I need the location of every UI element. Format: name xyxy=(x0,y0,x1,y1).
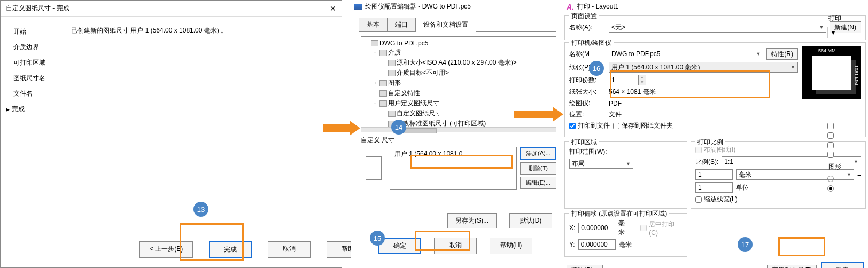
page-setup-group: 页面设置 名称(A): <无>▼ 新建(N) xyxy=(564,15,866,40)
finish-button[interactable]: 完成 xyxy=(209,241,252,258)
printer-icon xyxy=(354,4,362,10)
custom-size-list[interactable]: 用户 1 (564.00 x 1081.0... xyxy=(390,147,517,190)
save-as-button[interactable]: 另存为(S)... xyxy=(447,213,497,228)
dialog-title: 绘图仪配置编辑器 - DWG to PDF.pc5 xyxy=(365,2,471,11)
tab-port[interactable]: 端口 xyxy=(387,18,416,32)
paper-thumbnail xyxy=(361,147,386,190)
apply-layout-button[interactable]: 应用到布局(T) xyxy=(767,265,817,269)
edit-button[interactable]: 编辑(E)... xyxy=(520,177,556,189)
folder-icon xyxy=(379,90,387,97)
step-finish[interactable]: 完成 xyxy=(13,101,65,117)
page-icon xyxy=(388,70,396,76)
add-button[interactable]: 添加(A)... xyxy=(520,147,556,160)
cancel-button[interactable]: 取消 xyxy=(268,241,311,258)
horizontal-scrollbar[interactable] xyxy=(361,127,556,132)
print-range-select[interactable]: 布局▼ xyxy=(569,159,633,169)
scale-lineweight-checkbox[interactable]: 缩放线宽(L) xyxy=(695,195,861,204)
scale-num1[interactable]: 1 xyxy=(695,169,733,180)
print-area-group: 打印区域 打印范围(W): 布局▼ xyxy=(564,141,687,209)
default-button[interactable]: 默认(D) xyxy=(509,213,552,228)
chevron-down-icon: ▼ xyxy=(756,51,761,57)
scale-num2[interactable]: 1 xyxy=(695,182,733,193)
step-badge: 17 xyxy=(738,237,753,252)
arrow-icon xyxy=(514,109,563,120)
remove-button[interactable]: 删除(T) xyxy=(520,162,556,175)
copies-label: 打印份数: xyxy=(569,76,606,85)
titlebar: 绘图仪配置编辑器 - DWG to PDF.pc5 xyxy=(351,0,560,13)
offset-y-input[interactable]: 0.000000 xyxy=(578,239,616,250)
arrow-icon xyxy=(323,123,360,133)
tab-bar: 基本 端口 设备和文档设置 xyxy=(359,18,556,32)
wizard-content: 已创建新的图纸尺寸 用户 1 (564.00 x 1081.00 毫米) 。 xyxy=(65,17,342,117)
offset-x-input[interactable]: 0.000000 xyxy=(578,223,615,233)
chevron-down-icon: ▼ xyxy=(819,25,824,30)
folder-icon xyxy=(379,80,387,86)
name-label: 名称(A): xyxy=(569,23,606,32)
step-bounds[interactable]: 介质边界 xyxy=(13,40,65,55)
properties-button[interactable]: 特性(R) xyxy=(766,48,798,60)
folder-icon xyxy=(379,100,387,107)
cancel-button[interactable]: 取消 xyxy=(434,238,477,254)
center-checkbox: 居中打印(C) xyxy=(640,220,683,237)
back-button[interactable]: < 上一步(B) xyxy=(140,241,193,258)
save-folder-checkbox[interactable]: 保存到图纸文件夹 xyxy=(613,121,673,130)
finish-message: 已创建新的图纸尺寸 用户 1 (564.00 x 1081.00 毫米) 。 xyxy=(71,26,335,35)
ok-button[interactable]: 确定 xyxy=(378,238,421,254)
folder-icon xyxy=(379,50,387,56)
step-badge: 14 xyxy=(391,120,406,135)
printer-icon xyxy=(371,40,378,46)
titlebar: 自定义图纸尺寸 - 完成 ✕ xyxy=(1,1,342,17)
right-cropped-strip: 打印 ▼ 着色 着色 打印 图形 xyxy=(825,11,868,194)
tab-device[interactable]: 设备和文档设置 xyxy=(415,18,476,32)
preview-button[interactable]: 预览(P)... xyxy=(567,265,603,269)
list-item: 用户 1 (564.00 x 1081.0... xyxy=(391,148,515,160)
dialog-title: 自定义图纸尺寸 - 完成 xyxy=(6,4,69,13)
step-name[interactable]: 图纸尺寸名 xyxy=(13,70,65,86)
wizard-dialog: 自定义图纸尺寸 - 完成 ✕ 开始 介质边界 可打印区域 图纸尺寸名 文件名 完… xyxy=(0,0,342,268)
ok-button[interactable]: 确定 xyxy=(821,262,864,268)
titlebar: A. 打印 - Layout1 xyxy=(562,0,868,13)
dialog-title: 打印 - Layout1 xyxy=(577,2,618,11)
step-badge: 16 xyxy=(589,61,604,76)
tab-basic[interactable]: 基本 xyxy=(359,18,387,32)
step-badge: 15 xyxy=(370,231,385,246)
printer-group: 打印机/绘图仪 名称(M DWG to PDF.pc5▼ 特性(R) 纸张(P)… xyxy=(564,42,866,137)
app-icon: A. xyxy=(567,3,574,11)
print-dialog: A. 打印 - Layout1 页面设置 名称(A): <无>▼ 新建(N) 打… xyxy=(562,0,868,268)
wizard-steps: 开始 介质边界 可打印区域 图纸尺寸名 文件名 完成 xyxy=(1,17,65,117)
paper-select[interactable]: 用户 1 (564.00 x 1081.00 毫米)▼ xyxy=(609,62,798,73)
step-badge: 13 xyxy=(193,202,208,217)
page-icon xyxy=(388,111,396,117)
chevron-down-icon: ▼ xyxy=(626,161,631,167)
step-filename[interactable]: 文件名 xyxy=(13,86,65,101)
page-icon xyxy=(388,60,396,66)
page-setup-select[interactable]: <无>▼ xyxy=(609,22,826,33)
chevron-down-icon: ▼ xyxy=(790,65,795,70)
step-printable[interactable]: 可打印区域 xyxy=(13,55,65,70)
copies-input[interactable]: 1▲▼ xyxy=(609,75,646,85)
print-offset-group: 打印偏移 (原点设置在可打印区域) X: 0.000000 毫米 居中打印(C)… xyxy=(564,213,687,257)
printer-select[interactable]: DWG to PDF.pc5▼ xyxy=(609,49,763,59)
printer-name-label: 名称(M xyxy=(569,50,606,59)
plotter-config-dialog: 绘图仪配置编辑器 - DWG to PDF.pc5 基本 端口 设备和文档设置 … xyxy=(351,0,560,268)
print-to-file-checkbox[interactable]: 打印到文件 xyxy=(569,121,610,130)
help-button[interactable]: 帮助(H) xyxy=(490,238,532,254)
close-icon[interactable]: ✕ xyxy=(330,4,336,13)
custom-size-label: 自定义 尺寸 xyxy=(361,136,560,145)
step-start[interactable]: 开始 xyxy=(13,24,65,40)
